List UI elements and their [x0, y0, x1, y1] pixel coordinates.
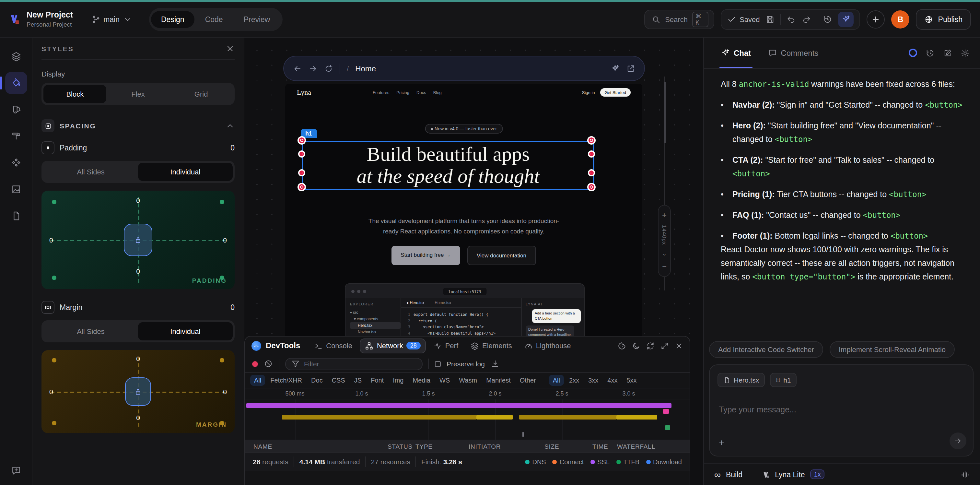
back-icon[interactable] [293, 64, 302, 73]
attach-button[interactable]: + [719, 437, 725, 448]
column-header-size[interactable]: SIZE [544, 442, 559, 450]
margin-value[interactable]: 0 [231, 303, 235, 311]
expand-icon[interactable] [660, 341, 669, 350]
status-filter-2xx[interactable]: 2xx [565, 375, 583, 386]
devtools-tab-network[interactable]: Network28 [360, 338, 426, 353]
column-header-status[interactable]: STATUS [388, 442, 412, 450]
selection-handle[interactable] [299, 184, 305, 190]
selection-handle[interactable] [299, 137, 305, 143]
add-button[interactable] [867, 10, 885, 28]
rail-item-pages[interactable] [5, 205, 27, 227]
rail-item-comments[interactable] [11, 466, 21, 479]
download-icon[interactable] [491, 359, 500, 368]
network-filter-input[interactable]: Filter [285, 357, 423, 370]
rail-item-layers[interactable] [5, 45, 27, 67]
margin-mode-option-all-sides[interactable]: All Sides [43, 322, 138, 340]
context-chip-h1[interactable]: Hh1 [770, 373, 797, 387]
refresh-icon[interactable] [646, 341, 655, 350]
type-filter-css[interactable]: CSS [328, 375, 349, 386]
ide-tree-item[interactable]: ▾ components [350, 316, 401, 322]
canvas-scrollbar-thumb[interactable] [663, 82, 666, 143]
column-header-waterfall[interactable]: WATERFALL [617, 442, 655, 450]
close-icon[interactable] [675, 341, 683, 350]
waterfall-bar[interactable] [246, 403, 671, 408]
display-option-block[interactable]: Block [43, 85, 107, 103]
display-option-grid[interactable]: Grid [170, 85, 233, 103]
padding-lock[interactable] [124, 224, 152, 256]
column-header-type[interactable]: TYPE [415, 442, 433, 450]
status-ring-icon[interactable] [909, 49, 917, 57]
selection-handle[interactable] [589, 184, 594, 190]
selection-handle[interactable] [589, 137, 594, 143]
status-filter-4xx[interactable]: 4xx [603, 375, 621, 386]
undo-icon[interactable] [787, 14, 796, 24]
rail-item-paint-roller[interactable] [5, 125, 27, 147]
waterfall-bar[interactable] [522, 432, 524, 437]
message-composer[interactable]: Hero.tsxHh1 Type your message... + [709, 364, 974, 456]
settings-icon[interactable] [961, 48, 970, 57]
ide-editor-tab[interactable]: ● Hero.tsx [401, 298, 430, 307]
hero-primary-button[interactable]: Start building free → [391, 246, 460, 265]
type-filter-wasm[interactable]: Wasm [455, 375, 481, 386]
magic-icon[interactable] [611, 64, 620, 73]
rail-item-swatches[interactable] [5, 99, 27, 121]
type-filter-ws[interactable]: WS [436, 375, 454, 386]
devtools-tab-elements[interactable]: Elements [466, 339, 517, 353]
type-filter-img[interactable]: Img [389, 375, 407, 386]
type-filter-media[interactable]: Media [409, 375, 434, 386]
type-filter-font[interactable]: Font [367, 375, 388, 386]
site-nav-link-pricing[interactable]: Pricing [396, 90, 409, 94]
status-filter-3xx[interactable]: 3xx [584, 375, 602, 386]
waterfall-bar[interactable] [282, 415, 476, 420]
type-filter-other[interactable]: Other [516, 375, 540, 386]
model-name[interactable]: Lyna Lite [775, 471, 805, 478]
status-filter-5xx[interactable]: 5xx [622, 375, 640, 386]
waterfall-overview[interactable] [245, 399, 690, 440]
publish-button[interactable]: Publish [916, 9, 971, 29]
waterfall-bar[interactable] [665, 425, 670, 430]
ide-tree-item[interactable]: ▾ src [350, 309, 401, 316]
suggestion-pill[interactable]: Implement Scroll-Reveal Animatio [830, 341, 955, 358]
save-icon[interactable] [766, 14, 775, 24]
spacing-section-header[interactable]: SPACING [41, 119, 235, 132]
type-filter-js[interactable]: JS [350, 375, 366, 386]
rail-item-assets[interactable] [5, 178, 27, 200]
zoom-in-button[interactable]: + [662, 211, 667, 220]
search-input[interactable]: Search ⌘ K [644, 10, 714, 29]
collapse-button[interactable]: ⌄ [662, 250, 667, 257]
suggestion-pill[interactable]: Add Interactive Code Switcher [709, 341, 823, 358]
new-chat-icon[interactable] [943, 48, 952, 57]
ide-tree-item[interactable]: Navbar.tsx [350, 329, 401, 335]
close-panel-icon[interactable] [226, 44, 235, 53]
waterfall-bar[interactable] [476, 415, 513, 420]
tab-comments[interactable]: Comments [768, 38, 818, 68]
status-filter-all[interactable]: All [549, 375, 564, 386]
moon-icon[interactable] [632, 341, 640, 350]
ide-tree-item[interactable]: Hero.tsx [350, 322, 401, 329]
history-icon[interactable] [824, 14, 832, 24]
mode-label[interactable]: Build [726, 471, 743, 478]
send-button[interactable] [950, 432, 966, 449]
voice-icon[interactable] [961, 470, 970, 479]
display-option-flex[interactable]: Flex [107, 85, 170, 103]
waterfall-bar[interactable] [519, 415, 616, 420]
rail-item-components[interactable] [5, 152, 27, 174]
cookie-icon[interactable] [618, 341, 626, 350]
zoom-out-button[interactable]: − [662, 262, 667, 271]
hero-secondary-button[interactable]: View documentation [467, 246, 536, 265]
view-tab-preview[interactable]: Preview [233, 11, 281, 27]
type-filter-doc[interactable]: Doc [307, 375, 327, 386]
waterfall-bar[interactable] [663, 409, 669, 414]
selection-edge-handle[interactable] [299, 152, 304, 156]
view-tab-design[interactable]: Design [151, 11, 195, 27]
ai-sparkles-button[interactable] [838, 11, 854, 27]
padding-visualizer[interactable]: 0 0 0 0 PADDING [41, 191, 235, 289]
refresh-icon[interactable] [324, 64, 333, 73]
waterfall-bar[interactable] [616, 415, 657, 420]
clear-icon[interactable] [264, 359, 273, 368]
site-logo[interactable]: Lyna [297, 88, 311, 96]
type-filter-fetch-xhr[interactable]: Fetch/XHR [266, 375, 306, 386]
devtools-tab-lighthouse[interactable]: Lighthouse [520, 339, 576, 353]
branch-selector[interactable]: main [91, 14, 132, 24]
type-filter-all[interactable]: All [250, 375, 265, 386]
